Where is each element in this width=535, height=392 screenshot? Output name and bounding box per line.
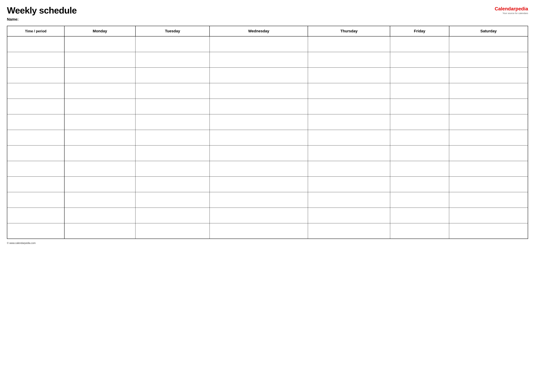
- cell-row2-col2[interactable]: [136, 67, 210, 83]
- cell-row2-col0[interactable]: [7, 67, 64, 83]
- cell-row1-col2[interactable]: [136, 52, 210, 67]
- cell-row12-col6[interactable]: [449, 223, 528, 239]
- cell-row7-col1[interactable]: [64, 145, 136, 161]
- table-row: [7, 36, 528, 52]
- cell-row1-col1[interactable]: [64, 52, 136, 67]
- cell-row7-col3[interactable]: [210, 145, 308, 161]
- cell-row10-col4[interactable]: [308, 192, 390, 208]
- cell-row4-col1[interactable]: [64, 99, 136, 114]
- cell-row11-col3[interactable]: [210, 208, 308, 223]
- cell-row6-col2[interactable]: [136, 130, 210, 145]
- cell-row12-col4[interactable]: [308, 223, 390, 239]
- cell-row3-col0[interactable]: [7, 83, 64, 99]
- cell-row8-col6[interactable]: [449, 161, 528, 177]
- cell-row0-col6[interactable]: [449, 36, 528, 52]
- cell-row5-col2[interactable]: [136, 114, 210, 130]
- cell-row1-col3[interactable]: [210, 52, 308, 67]
- cell-row12-col3[interactable]: [210, 223, 308, 239]
- cell-row8-col4[interactable]: [308, 161, 390, 177]
- cell-row6-col5[interactable]: [390, 130, 449, 145]
- cell-row12-col0[interactable]: [7, 223, 64, 239]
- cell-row3-col3[interactable]: [210, 83, 308, 99]
- cell-row10-col1[interactable]: [64, 192, 136, 208]
- cell-row11-col2[interactable]: [136, 208, 210, 223]
- cell-row6-col3[interactable]: [210, 130, 308, 145]
- cell-row7-col2[interactable]: [136, 145, 210, 161]
- cell-row9-col5[interactable]: [390, 177, 449, 192]
- cell-row2-col1[interactable]: [64, 67, 136, 83]
- cell-row0-col4[interactable]: [308, 36, 390, 52]
- cell-row12-col2[interactable]: [136, 223, 210, 239]
- cell-row0-col3[interactable]: [210, 36, 308, 52]
- cell-row4-col3[interactable]: [210, 99, 308, 114]
- col-header-friday: Friday: [390, 26, 449, 36]
- cell-row10-col6[interactable]: [449, 192, 528, 208]
- cell-row5-col4[interactable]: [308, 114, 390, 130]
- header-area: Weekly schedule Name: Calendarpedia Your…: [7, 5, 528, 22]
- cell-row11-col4[interactable]: [308, 208, 390, 223]
- cell-row9-col2[interactable]: [136, 177, 210, 192]
- cell-row0-col2[interactable]: [136, 36, 210, 52]
- cell-row10-col5[interactable]: [390, 192, 449, 208]
- cell-row3-col1[interactable]: [64, 83, 136, 99]
- cell-row6-col1[interactable]: [64, 130, 136, 145]
- cell-row10-col0[interactable]: [7, 192, 64, 208]
- cell-row0-col0[interactable]: [7, 36, 64, 52]
- cell-row9-col6[interactable]: [449, 177, 528, 192]
- cell-row4-col4[interactable]: [308, 99, 390, 114]
- cell-row12-col1[interactable]: [64, 223, 136, 239]
- cell-row1-col0[interactable]: [7, 52, 64, 67]
- cell-row1-col6[interactable]: [449, 52, 528, 67]
- cell-row7-col5[interactable]: [390, 145, 449, 161]
- cell-row11-col5[interactable]: [390, 208, 449, 223]
- cell-row7-col0[interactable]: [7, 145, 64, 161]
- cell-row1-col5[interactable]: [390, 52, 449, 67]
- cell-row4-col2[interactable]: [136, 99, 210, 114]
- cell-row2-col5[interactable]: [390, 67, 449, 83]
- cell-row3-col2[interactable]: [136, 83, 210, 99]
- cell-row5-col6[interactable]: [449, 114, 528, 130]
- cell-row3-col4[interactable]: [308, 83, 390, 99]
- table-row: [7, 114, 528, 130]
- cell-row9-col4[interactable]: [308, 177, 390, 192]
- cell-row2-col4[interactable]: [308, 67, 390, 83]
- cell-row0-col5[interactable]: [390, 36, 449, 52]
- cell-row11-col0[interactable]: [7, 208, 64, 223]
- table-row: [7, 145, 528, 161]
- cell-row9-col3[interactable]: [210, 177, 308, 192]
- cell-row5-col1[interactable]: [64, 114, 136, 130]
- cell-row9-col1[interactable]: [64, 177, 136, 192]
- cell-row11-col1[interactable]: [64, 208, 136, 223]
- cell-row12-col5[interactable]: [390, 223, 449, 239]
- cell-row10-col3[interactable]: [210, 192, 308, 208]
- cell-row10-col2[interactable]: [136, 192, 210, 208]
- cell-row2-col3[interactable]: [210, 67, 308, 83]
- logo-brand: Calendar: [495, 6, 516, 11]
- cell-row4-col0[interactable]: [7, 99, 64, 114]
- table-header-row: Time / period Monday Tuesday Wednesday T…: [7, 26, 528, 36]
- cell-row8-col1[interactable]: [64, 161, 136, 177]
- cell-row5-col5[interactable]: [390, 114, 449, 130]
- cell-row11-col6[interactable]: [449, 208, 528, 223]
- cell-row6-col4[interactable]: [308, 130, 390, 145]
- cell-row6-col0[interactable]: [7, 130, 64, 145]
- table-row: [7, 161, 528, 177]
- cell-row6-col6[interactable]: [449, 130, 528, 145]
- cell-row1-col4[interactable]: [308, 52, 390, 67]
- cell-row2-col6[interactable]: [449, 67, 528, 83]
- cell-row8-col3[interactable]: [210, 161, 308, 177]
- cell-row9-col0[interactable]: [7, 177, 64, 192]
- cell-row4-col6[interactable]: [449, 99, 528, 114]
- cell-row3-col6[interactable]: [449, 83, 528, 99]
- cell-row4-col5[interactable]: [390, 99, 449, 114]
- cell-row3-col5[interactable]: [390, 83, 449, 99]
- cell-row5-col0[interactable]: [7, 114, 64, 130]
- cell-row8-col5[interactable]: [390, 161, 449, 177]
- cell-row8-col0[interactable]: [7, 161, 64, 177]
- cell-row8-col2[interactable]: [136, 161, 210, 177]
- schedule-body: [7, 36, 528, 239]
- cell-row7-col6[interactable]: [449, 145, 528, 161]
- cell-row0-col1[interactable]: [64, 36, 136, 52]
- cell-row5-col3[interactable]: [210, 114, 308, 130]
- cell-row7-col4[interactable]: [308, 145, 390, 161]
